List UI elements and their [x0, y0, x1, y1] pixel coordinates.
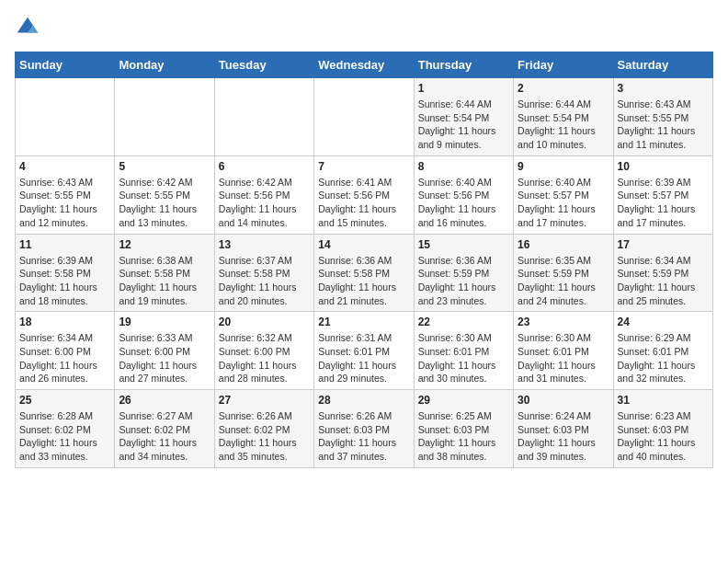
day-info: Sunrise: 6:35 AM Sunset: 5:59 PM Dayligh… — [518, 254, 609, 308]
day-info: Sunrise: 6:38 AM Sunset: 5:58 PM Dayligh… — [119, 254, 210, 308]
day-cell: 6Sunrise: 6:42 AM Sunset: 5:56 PM Daylig… — [214, 155, 313, 234]
day-cell: 31Sunrise: 6:23 AM Sunset: 6:03 PM Dayli… — [613, 390, 712, 468]
day-cell: 1Sunrise: 6:44 AM Sunset: 5:54 PM Daylig… — [414, 78, 513, 156]
day-number: 24 — [618, 316, 709, 328]
day-cell: 2Sunrise: 6:44 AM Sunset: 5:54 PM Daylig… — [514, 78, 613, 156]
day-number: 25 — [19, 394, 110, 407]
day-info: Sunrise: 6:29 AM Sunset: 6:01 PM Dayligh… — [618, 331, 709, 385]
day-cell: 20Sunrise: 6:32 AM Sunset: 6:00 PM Dayli… — [214, 312, 313, 390]
day-cell — [115, 78, 214, 156]
day-number: 23 — [518, 316, 609, 328]
day-cell: 8Sunrise: 6:40 AM Sunset: 5:56 PM Daylig… — [414, 155, 513, 234]
page-header — [15, 15, 713, 40]
day-info: Sunrise: 6:36 AM Sunset: 5:59 PM Dayligh… — [418, 254, 509, 308]
day-cell: 21Sunrise: 6:31 AM Sunset: 6:01 PM Dayli… — [314, 312, 414, 390]
day-info: Sunrise: 6:44 AM Sunset: 5:54 PM Dayligh… — [518, 98, 609, 152]
day-number: 1 — [418, 82, 509, 95]
day-number: 13 — [219, 238, 310, 251]
day-info: Sunrise: 6:23 AM Sunset: 6:03 PM Dayligh… — [618, 409, 709, 464]
day-cell: 28Sunrise: 6:26 AM Sunset: 6:03 PM Dayli… — [314, 390, 414, 468]
day-info: Sunrise: 6:39 AM Sunset: 5:58 PM Dayligh… — [19, 254, 110, 308]
day-cell: 29Sunrise: 6:25 AM Sunset: 6:03 PM Dayli… — [414, 390, 513, 468]
day-cell: 16Sunrise: 6:35 AM Sunset: 5:59 PM Dayli… — [514, 234, 613, 312]
day-number: 28 — [318, 394, 409, 407]
day-cell — [16, 78, 115, 156]
day-cell: 3Sunrise: 6:43 AM Sunset: 5:55 PM Daylig… — [613, 78, 712, 156]
day-info: Sunrise: 6:36 AM Sunset: 5:58 PM Dayligh… — [318, 254, 409, 308]
day-info: Sunrise: 6:40 AM Sunset: 5:56 PM Dayligh… — [418, 176, 509, 230]
week-row-1: 1Sunrise: 6:44 AM Sunset: 5:54 PM Daylig… — [16, 78, 713, 156]
col-header-tuesday: Tuesday — [214, 52, 313, 78]
col-header-thursday: Thursday — [414, 52, 513, 78]
day-number: 30 — [518, 394, 609, 407]
day-cell: 18Sunrise: 6:34 AM Sunset: 6:00 PM Dayli… — [16, 312, 115, 390]
day-number: 27 — [219, 394, 310, 407]
day-cell: 25Sunrise: 6:28 AM Sunset: 6:02 PM Dayli… — [16, 390, 115, 468]
day-cell — [314, 78, 414, 156]
day-info: Sunrise: 6:43 AM Sunset: 5:55 PM Dayligh… — [19, 176, 110, 230]
day-info: Sunrise: 6:26 AM Sunset: 6:03 PM Dayligh… — [318, 409, 409, 464]
week-row-4: 18Sunrise: 6:34 AM Sunset: 6:00 PM Dayli… — [16, 312, 713, 390]
day-info: Sunrise: 6:44 AM Sunset: 5:54 PM Dayligh… — [418, 98, 509, 152]
day-number: 18 — [19, 316, 110, 328]
day-info: Sunrise: 6:24 AM Sunset: 6:03 PM Dayligh… — [518, 409, 609, 464]
day-cell: 5Sunrise: 6:42 AM Sunset: 5:55 PM Daylig… — [115, 155, 214, 234]
day-info: Sunrise: 6:34 AM Sunset: 6:00 PM Dayligh… — [19, 331, 110, 385]
day-cell: 10Sunrise: 6:39 AM Sunset: 5:57 PM Dayli… — [613, 155, 712, 234]
day-cell: 4Sunrise: 6:43 AM Sunset: 5:55 PM Daylig… — [16, 155, 115, 234]
day-info: Sunrise: 6:39 AM Sunset: 5:57 PM Dayligh… — [618, 176, 709, 230]
day-cell: 30Sunrise: 6:24 AM Sunset: 6:03 PM Dayli… — [514, 390, 613, 468]
day-number: 2 — [518, 82, 609, 95]
day-info: Sunrise: 6:41 AM Sunset: 5:56 PM Dayligh… — [318, 176, 409, 230]
day-number: 16 — [518, 238, 609, 251]
day-cell: 17Sunrise: 6:34 AM Sunset: 5:59 PM Dayli… — [613, 234, 712, 312]
day-number: 14 — [318, 238, 409, 251]
col-header-monday: Monday — [115, 52, 214, 78]
day-cell: 15Sunrise: 6:36 AM Sunset: 5:59 PM Dayli… — [414, 234, 513, 312]
logo — [15, 15, 44, 40]
logo-icon — [15, 15, 40, 40]
day-number: 5 — [119, 160, 210, 173]
day-cell: 11Sunrise: 6:39 AM Sunset: 5:58 PM Dayli… — [16, 234, 115, 312]
day-cell: 19Sunrise: 6:33 AM Sunset: 6:00 PM Dayli… — [115, 312, 214, 390]
day-info: Sunrise: 6:42 AM Sunset: 5:56 PM Dayligh… — [219, 176, 310, 230]
day-number: 31 — [618, 394, 709, 407]
day-number: 3 — [618, 82, 709, 95]
day-number: 22 — [418, 316, 509, 328]
day-number: 20 — [219, 316, 310, 328]
day-number: 4 — [19, 160, 110, 173]
day-info: Sunrise: 6:33 AM Sunset: 6:00 PM Dayligh… — [119, 331, 210, 385]
day-info: Sunrise: 6:34 AM Sunset: 5:59 PM Dayligh… — [618, 254, 709, 308]
day-info: Sunrise: 6:32 AM Sunset: 6:00 PM Dayligh… — [219, 331, 310, 385]
day-cell: 14Sunrise: 6:36 AM Sunset: 5:58 PM Dayli… — [314, 234, 414, 312]
day-info: Sunrise: 6:37 AM Sunset: 5:58 PM Dayligh… — [219, 254, 310, 308]
day-number: 29 — [418, 394, 509, 407]
col-header-sunday: Sunday — [16, 52, 115, 78]
day-cell: 7Sunrise: 6:41 AM Sunset: 5:56 PM Daylig… — [314, 155, 414, 234]
day-number: 21 — [318, 316, 409, 328]
day-number: 15 — [418, 238, 509, 251]
week-row-3: 11Sunrise: 6:39 AM Sunset: 5:58 PM Dayli… — [16, 234, 713, 312]
day-number: 6 — [219, 160, 310, 173]
day-info: Sunrise: 6:31 AM Sunset: 6:01 PM Dayligh… — [318, 331, 409, 385]
day-cell: 22Sunrise: 6:30 AM Sunset: 6:01 PM Dayli… — [414, 312, 513, 390]
day-info: Sunrise: 6:40 AM Sunset: 5:57 PM Dayligh… — [518, 176, 609, 230]
day-number: 12 — [119, 238, 210, 251]
day-number: 26 — [119, 394, 210, 407]
day-info: Sunrise: 6:42 AM Sunset: 5:55 PM Dayligh… — [119, 176, 210, 230]
day-cell: 12Sunrise: 6:38 AM Sunset: 5:58 PM Dayli… — [115, 234, 214, 312]
day-info: Sunrise: 6:25 AM Sunset: 6:03 PM Dayligh… — [418, 409, 509, 464]
day-info: Sunrise: 6:26 AM Sunset: 6:02 PM Dayligh… — [219, 409, 310, 464]
day-info: Sunrise: 6:28 AM Sunset: 6:02 PM Dayligh… — [19, 409, 110, 464]
day-cell — [214, 78, 313, 156]
day-number: 7 — [318, 160, 409, 173]
day-number: 8 — [418, 160, 509, 173]
day-number: 11 — [19, 238, 110, 251]
day-info: Sunrise: 6:30 AM Sunset: 6:01 PM Dayligh… — [518, 331, 609, 385]
day-cell: 9Sunrise: 6:40 AM Sunset: 5:57 PM Daylig… — [514, 155, 613, 234]
day-number: 10 — [618, 160, 709, 173]
day-cell: 24Sunrise: 6:29 AM Sunset: 6:01 PM Dayli… — [613, 312, 712, 390]
col-header-saturday: Saturday — [613, 52, 712, 78]
day-cell: 26Sunrise: 6:27 AM Sunset: 6:02 PM Dayli… — [115, 390, 214, 468]
col-header-friday: Friday — [514, 52, 613, 78]
